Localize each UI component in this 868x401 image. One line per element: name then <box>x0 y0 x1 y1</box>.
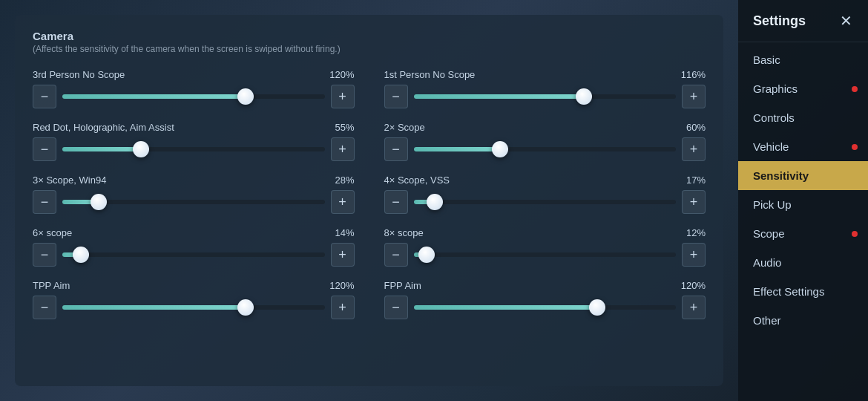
slider-label-3x-scope: 3× Scope, Win94 <box>33 175 106 186</box>
slider-track-container-3rd-no-scope[interactable] <box>62 85 325 108</box>
slider-fill-fpp-aim <box>414 305 597 310</box>
camera-title: Camera <box>33 30 706 42</box>
sidebar-item-label-other: Other <box>753 314 781 327</box>
minus-button-fpp-aim[interactable]: − <box>384 296 408 319</box>
plus-button-2x-scope[interactable]: + <box>682 137 706 161</box>
slider-fill-2x-scope <box>414 147 501 151</box>
slider-header-red-dot: Red Dot, Holographic, Aim Assist55% <box>33 122 355 133</box>
slider-group-8x-scope: 8× scope12%−+ <box>384 227 706 267</box>
sidebar-item-label-scope: Scope <box>753 227 785 240</box>
nav-dot-scope <box>852 231 858 237</box>
slider-value-4x-vss: 17% <box>686 175 706 186</box>
slider-header-4x-vss: 4× Scope, VSS17% <box>384 175 706 186</box>
sidebar-item-vehicle[interactable]: Vehicle <box>738 132 868 161</box>
slider-value-red-dot: 55% <box>335 122 354 133</box>
slider-row-4x-vss: −+ <box>384 190 706 214</box>
slider-header-2x-scope: 2× Scope60% <box>384 122 706 133</box>
sidebar-item-graphics[interactable]: Graphics <box>738 74 868 103</box>
minus-button-red-dot[interactable]: − <box>33 137 56 161</box>
slider-thumb-3rd-no-scope[interactable] <box>237 88 254 105</box>
minus-button-6x-scope[interactable]: − <box>33 243 56 267</box>
sidebar-item-pickup[interactable]: Pick Up <box>738 190 868 219</box>
plus-button-fpp-aim[interactable]: + <box>682 296 706 319</box>
sidebar-item-basic[interactable]: Basic <box>738 45 868 74</box>
plus-button-tpp-aim[interactable]: + <box>331 296 355 319</box>
minus-button-8x-scope[interactable]: − <box>384 243 408 267</box>
slider-header-1st-no-scope: 1st Person No Scope116% <box>384 69 706 80</box>
slider-thumb-red-dot[interactable] <box>133 141 149 157</box>
slider-value-3x-scope: 28% <box>335 175 354 186</box>
slider-thumb-1st-no-scope[interactable] <box>576 88 592 105</box>
sidebar: Settings ✕ BasicGraphicsControlsVehicleS… <box>738 0 868 401</box>
slider-track-container-3x-scope[interactable] <box>62 190 325 214</box>
close-button[interactable]: ✕ <box>835 10 856 31</box>
plus-button-3x-scope[interactable]: + <box>331 190 355 214</box>
slider-track-container-red-dot[interactable] <box>62 137 325 161</box>
slider-track-tpp-aim <box>62 305 325 310</box>
minus-button-tpp-aim[interactable]: − <box>33 296 56 319</box>
slider-label-red-dot: Red Dot, Holographic, Aim Assist <box>33 122 174 133</box>
slider-row-2x-scope: −+ <box>384 137 706 161</box>
plus-button-3rd-no-scope[interactable]: + <box>331 85 355 108</box>
minus-button-1st-no-scope[interactable]: − <box>384 85 408 108</box>
slider-track-container-tpp-aim[interactable] <box>62 296 325 319</box>
slider-header-3x-scope: 3× Scope, Win9428% <box>33 175 355 186</box>
plus-button-red-dot[interactable]: + <box>331 137 355 161</box>
main-panel: Camera (Affects the sensitivity of the c… <box>0 0 738 401</box>
slider-group-fpp-aim: FPP Aim120%−+ <box>384 280 706 319</box>
slider-value-3rd-no-scope: 120% <box>329 69 354 80</box>
minus-button-2x-scope[interactable]: − <box>384 137 408 161</box>
slider-track-container-6x-scope[interactable] <box>62 243 325 267</box>
slider-value-2x-scope: 60% <box>686 122 706 133</box>
sidebar-item-label-pickup: Pick Up <box>753 198 792 211</box>
sidebar-item-label-basic: Basic <box>753 53 780 66</box>
plus-button-4x-vss[interactable]: + <box>682 190 706 214</box>
slider-header-6x-scope: 6× scope14% <box>33 227 355 238</box>
slider-label-8x-scope: 8× scope <box>384 227 424 238</box>
slider-group-red-dot: Red Dot, Holographic, Aim Assist55%−+ <box>33 122 355 161</box>
sidebar-item-audio[interactable]: Audio <box>738 248 868 277</box>
slider-row-1st-no-scope: −+ <box>384 85 706 108</box>
slider-label-3rd-no-scope: 3rd Person No Scope <box>33 69 125 80</box>
minus-button-3x-scope[interactable]: − <box>33 190 56 214</box>
sidebar-item-scope[interactable]: Scope <box>738 219 868 248</box>
slider-track-3x-scope <box>62 200 325 204</box>
slider-track-container-2x-scope[interactable] <box>414 137 677 161</box>
slider-track-container-fpp-aim[interactable] <box>414 296 677 319</box>
slider-thumb-3x-scope[interactable] <box>91 194 107 210</box>
slider-track-red-dot <box>62 147 325 151</box>
slider-group-6x-scope: 6× scope14%−+ <box>33 227 355 267</box>
sidebar-item-effect-settings[interactable]: Effect Settings <box>738 277 868 306</box>
slider-track-container-8x-scope[interactable] <box>414 243 677 267</box>
slider-thumb-8x-scope[interactable] <box>418 247 435 263</box>
slider-label-6x-scope: 6× scope <box>33 227 72 238</box>
slider-thumb-4x-vss[interactable] <box>427 194 443 210</box>
minus-button-4x-vss[interactable]: − <box>384 190 408 214</box>
slider-thumb-tpp-aim[interactable] <box>237 299 254 316</box>
slider-header-3rd-no-scope: 3rd Person No Scope120% <box>33 69 355 80</box>
sidebar-nav: BasicGraphicsControlsVehicleSensitivityP… <box>738 42 868 401</box>
slider-value-8x-scope: 12% <box>686 227 706 238</box>
plus-button-6x-scope[interactable]: + <box>331 243 355 267</box>
sidebar-item-sensitivity[interactable]: Sensitivity <box>738 161 868 190</box>
plus-button-8x-scope[interactable]: + <box>682 243 706 267</box>
minus-button-3rd-no-scope[interactable]: − <box>33 85 56 108</box>
slider-label-4x-vss: 4× Scope, VSS <box>384 175 450 186</box>
slider-track-container-4x-vss[interactable] <box>414 190 677 214</box>
slider-row-fpp-aim: −+ <box>384 296 706 319</box>
slider-header-fpp-aim: FPP Aim120% <box>384 280 706 291</box>
plus-button-1st-no-scope[interactable]: + <box>682 85 706 108</box>
slider-group-3rd-no-scope: 3rd Person No Scope120%−+ <box>33 69 355 108</box>
slider-thumb-6x-scope[interactable] <box>73 247 89 263</box>
slider-value-fpp-aim: 120% <box>681 280 706 291</box>
slider-track-fpp-aim <box>414 305 677 310</box>
slider-group-tpp-aim: TPP Aim120%−+ <box>33 280 355 319</box>
slider-thumb-2x-scope[interactable] <box>492 141 508 157</box>
nav-dot-graphics <box>852 86 858 92</box>
slider-track-6x-scope <box>62 252 325 257</box>
slider-track-container-1st-no-scope[interactable] <box>414 85 677 108</box>
sidebar-item-controls[interactable]: Controls <box>738 103 868 132</box>
slider-thumb-fpp-aim[interactable] <box>589 299 605 316</box>
sidebar-item-other[interactable]: Other <box>738 306 868 335</box>
sidebar-item-label-audio: Audio <box>753 256 781 269</box>
